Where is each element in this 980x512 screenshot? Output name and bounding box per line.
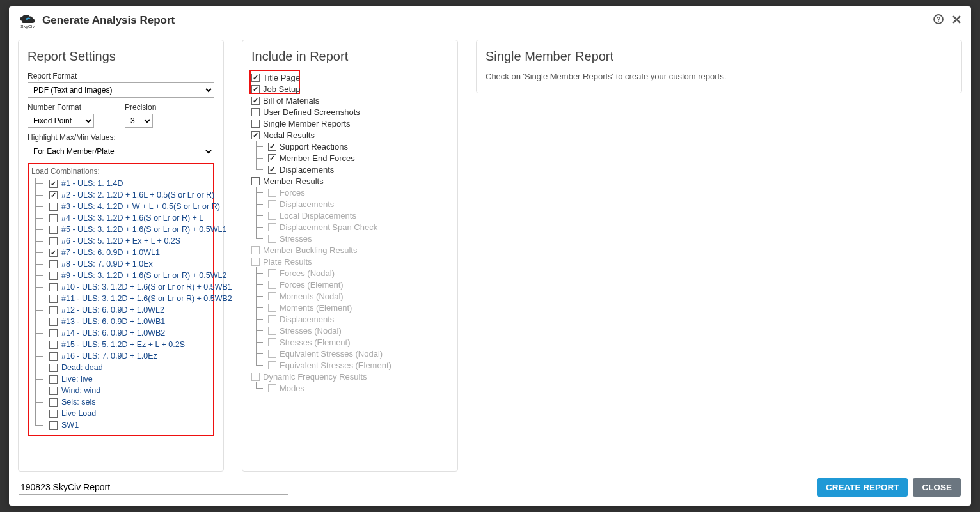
load-combo-label: SW1 (61, 421, 79, 430)
load-combo-checkbox[interactable] (49, 421, 58, 430)
include-checkbox[interactable] (268, 154, 276, 162)
single-member-panel: Single Member Report Check on 'Single Me… (476, 40, 962, 93)
load-combinations-tree: #1 - ULS: 1. 1.4D#2 - ULS: 2. 1.2D + 1.6… (31, 178, 210, 431)
include-label: Stresses (280, 234, 312, 244)
include-checkbox[interactable] (268, 143, 276, 151)
include-checkbox[interactable] (251, 74, 260, 82)
include-checkbox[interactable] (251, 85, 260, 93)
load-combo-checkbox[interactable] (49, 375, 58, 384)
include-label: Title Page (263, 73, 300, 82)
load-combo-checkbox[interactable] (49, 341, 58, 349)
include-item: Member Results (251, 175, 448, 187)
include-item: Plate Results (251, 256, 448, 267)
load-combo-checkbox[interactable] (49, 329, 58, 337)
load-combo-checkbox[interactable] (49, 260, 58, 268)
close-icon[interactable] (952, 15, 961, 26)
load-combo-item: #2 - ULS: 2. 1.2D + 1.6L + 0.5(S or Lr o… (31, 189, 210, 201)
include-checkbox (268, 315, 276, 323)
load-combo-checkbox[interactable] (49, 203, 58, 211)
load-combo-label: #2 - ULS: 2. 1.2D + 1.6L + 0.5(S or Lr o… (61, 190, 214, 199)
include-checkbox[interactable] (268, 166, 276, 174)
include-checkbox[interactable] (251, 131, 260, 139)
include-checkbox[interactable] (251, 177, 260, 185)
include-item: Forces (251, 187, 448, 198)
load-combo-checkbox[interactable] (49, 410, 58, 418)
load-combinations-box: Load Combinations: #1 - ULS: 1. 1.4D#2 -… (28, 163, 214, 436)
load-combo-checkbox[interactable] (49, 191, 58, 199)
include-checkbox[interactable] (251, 108, 260, 116)
include-label: Moments (Nodal) (280, 291, 344, 301)
load-combo-label: #15 - ULS: 5. 1.2D + Ez + L + 0.2S (61, 340, 185, 349)
include-label: Forces (280, 188, 305, 198)
load-combo-checkbox[interactable] (49, 272, 58, 280)
load-combo-checkbox[interactable] (49, 295, 58, 303)
include-item: Single Member Reports (251, 118, 448, 129)
load-combo-checkbox[interactable] (49, 283, 58, 291)
include-item: Moments (Element) (251, 302, 448, 313)
highlight-select[interactable]: For Each Member/Plate (28, 144, 214, 159)
include-label: Support Reactions (280, 142, 348, 151)
include-item: Displacements (251, 313, 448, 325)
include-label: Displacement Span Check (280, 222, 377, 232)
load-combo-label: #4 - ULS: 3. 1.2D + 1.6(S or Lr or R) + … (61, 213, 203, 222)
include-item: Displacements (251, 198, 448, 210)
include-item: Stresses (Nodal) (251, 325, 448, 336)
load-combo-item: #11 - ULS: 3. 1.2D + 1.6(S or Lr or R) +… (31, 293, 210, 304)
report-filename-input[interactable] (19, 480, 288, 495)
report-format-select[interactable]: PDF (Text and Images) (28, 82, 214, 98)
include-checkbox (268, 292, 276, 300)
load-combo-checkbox[interactable] (49, 352, 58, 361)
load-combo-label: #7 - ULS: 6. 0.9D + 1.0WL1 (61, 248, 160, 257)
include-checkbox (268, 327, 276, 335)
include-item: Equivalent Stresses (Nodal) (251, 348, 448, 359)
load-combo-checkbox[interactable] (49, 387, 58, 395)
load-combo-checkbox[interactable] (49, 226, 58, 234)
load-combo-checkbox[interactable] (49, 237, 58, 245)
load-combo-checkbox[interactable] (49, 214, 58, 222)
load-combo-item: Live Load (31, 408, 210, 419)
include-label: Bill of Materials (263, 96, 319, 105)
include-checkbox[interactable] (251, 97, 260, 105)
load-combo-item: #13 - ULS: 6. 0.9D + 1.0WB1 (31, 316, 210, 327)
number-format-select[interactable]: Fixed Point (28, 114, 94, 128)
load-combo-checkbox[interactable] (49, 398, 58, 407)
include-item: Bill of Materials (251, 95, 448, 106)
include-label: Forces (Element) (280, 280, 344, 290)
include-label: Job Setup (263, 84, 301, 94)
load-combo-item: #7 - ULS: 6. 0.9D + 1.0WL1 (31, 247, 210, 258)
modal-title: Generate Analysis Report (42, 14, 933, 27)
include-item: Stresses (Element) (251, 336, 448, 348)
load-combo-checkbox[interactable] (49, 318, 58, 326)
include-checkbox (268, 338, 276, 346)
include-label: Plate Results (263, 257, 312, 267)
number-format-label: Number Format (28, 103, 94, 112)
include-item: Job Setup (251, 83, 448, 95)
precision-select[interactable]: 3 (125, 114, 153, 128)
load-combo-item: #12 - ULS: 6. 0.9D + 1.0WL2 (31, 304, 210, 316)
include-item: Member End Forces (251, 152, 448, 164)
include-checkbox (268, 235, 276, 243)
load-combo-label: #9 - ULS: 3. 1.2D + 1.6(S or Lr or R) + … (61, 271, 226, 280)
load-combo-item: SW1 (31, 419, 210, 431)
load-combo-label: #8 - ULS: 7. 0.9D + 1.0Ex (61, 260, 153, 268)
include-label: Forces (Nodal) (280, 268, 335, 278)
load-combo-checkbox[interactable] (49, 249, 58, 257)
load-combo-checkbox[interactable] (49, 364, 58, 372)
load-combo-label: #11 - ULS: 3. 1.2D + 1.6(S or Lr or R) +… (61, 294, 232, 303)
load-combo-checkbox[interactable] (49, 306, 58, 314)
load-combo-label: #13 - ULS: 6. 0.9D + 1.0WB1 (61, 317, 165, 326)
include-in-report-panel: Include in Report Title PageJob SetupBil… (242, 40, 458, 472)
load-combo-label: #5 - ULS: 3. 1.2D + 1.6(S or Lr or R) + … (61, 225, 226, 234)
include-item: Dynamic Frequency Results (251, 371, 448, 382)
include-item: Displacements (251, 164, 448, 175)
include-checkbox (251, 258, 260, 266)
load-combo-checkbox[interactable] (49, 180, 58, 188)
create-report-button[interactable]: CREATE REPORT (817, 478, 908, 497)
close-button[interactable]: CLOSE (913, 478, 961, 497)
include-checkbox (268, 200, 276, 208)
include-checkbox[interactable] (251, 120, 260, 128)
report-settings-panel: Report Settings Report Format PDF (Text … (18, 40, 224, 472)
load-combo-item: #15 - ULS: 5. 1.2D + Ez + L + 0.2S (31, 339, 210, 350)
include-item: Title Page (251, 72, 448, 83)
help-icon[interactable]: ? (933, 14, 944, 27)
